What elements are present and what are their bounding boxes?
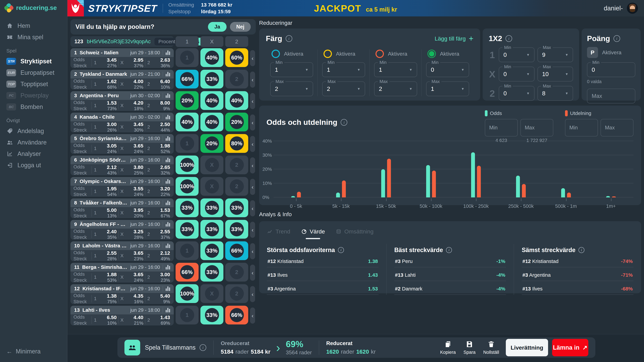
yellow-max-select[interactable]: Max 2 ▼ — [322, 81, 365, 96]
pick-button-1[interactable]: 100% — [176, 177, 198, 196]
odds-min-input[interactable]: Min — [485, 119, 518, 136]
max-select-X[interactable]: Max 10 ▼ — [538, 67, 573, 81]
green-color-circle[interactable] — [428, 50, 436, 58]
pick-button-X[interactable]: 33% — [200, 198, 224, 217]
sidebar-item-analyser[interactable]: Analyser — [0, 148, 67, 160]
expand-row-button[interactable]: ‹ — [250, 222, 255, 238]
cyan-max-select[interactable]: Max 2 ▼ — [270, 81, 313, 96]
pick-button-2[interactable]: 33% — [225, 198, 248, 217]
info-icon[interactable]: i — [338, 247, 344, 253]
red-min-select[interactable]: Min 1 ▼ — [374, 62, 417, 77]
expand-row-button[interactable]: ‹ — [250, 308, 255, 324]
payout-bar[interactable] — [522, 184, 526, 197]
pick-button-X[interactable]: 33% — [200, 306, 224, 325]
pick-button-2[interactable]: 66% — [225, 306, 248, 325]
payout-max-input[interactable]: Max — [600, 119, 634, 136]
match-stats-icon[interactable] — [166, 286, 170, 291]
odds-bar[interactable] — [381, 169, 385, 197]
payout-bar[interactable] — [612, 196, 616, 197]
copy-button[interactable]: Kopiera — [440, 340, 456, 355]
odds-bar[interactable] — [291, 196, 295, 197]
min-select-1[interactable]: Min 0 ▼ — [499, 47, 534, 62]
brand-logo[interactable]: reducering.se — [0, 0, 67, 16]
pick-button-2[interactable]: 66% — [225, 241, 248, 260]
pick-button-1[interactable]: 20% — [176, 91, 198, 110]
sidebar-item-stryktipset[interactable]: STR Stryktipset — [0, 56, 67, 67]
payout-bar[interactable] — [387, 159, 391, 197]
expand-row-button[interactable]: ‹ — [250, 286, 255, 302]
pick-button-X[interactable]: 33% — [200, 263, 224, 282]
odds-max-input[interactable]: Max — [520, 119, 553, 136]
match-stats-icon[interactable] — [166, 115, 170, 119]
match-stats-icon[interactable] — [166, 200, 170, 205]
max-select-1[interactable]: Max 9 ▼ — [538, 47, 573, 62]
save-button[interactable]: Spara — [464, 340, 476, 355]
match-stats-icon[interactable] — [166, 243, 170, 248]
sidebar-item-topptipset[interactable]: TOP Topptipset — [0, 78, 67, 90]
play-together-button[interactable] — [124, 340, 140, 356]
pick-button-2[interactable]: 60% — [225, 48, 248, 67]
max-select-2[interactable]: Max 8 ▼ — [538, 86, 573, 101]
live-correction-button[interactable]: Liverättning — [506, 339, 548, 356]
pick-button-X[interactable]: X — [200, 156, 224, 174]
expand-row-button[interactable]: ‹ — [250, 71, 255, 88]
match-stats-icon[interactable] — [166, 308, 170, 312]
pick-button-1[interactable]: 1 — [176, 241, 198, 260]
sidebar-item-bomben[interactable]: BC Bomben — [0, 101, 67, 113]
sidebar-item-hem[interactable]: Hem — [0, 20, 67, 31]
match-stats-icon[interactable] — [166, 50, 170, 55]
odds-bar[interactable] — [426, 165, 430, 197]
info-icon[interactable]: i — [506, 35, 512, 42]
red-max-select[interactable]: Max 2 ▼ — [374, 81, 417, 96]
pick-button-X[interactable]: X — [200, 284, 224, 303]
sidebar-item-andelslag[interactable]: Andelslag — [0, 125, 67, 137]
info-icon[interactable]: i — [578, 247, 584, 253]
expand-row-button[interactable]: ‹ — [250, 265, 255, 281]
sidebar-item-mina-spel[interactable]: Mina spel — [0, 31, 67, 43]
pick-button-X[interactable]: 40% — [200, 91, 224, 110]
expand-row-button[interactable]: ‹ — [250, 50, 255, 66]
yellow-min-select[interactable]: Min 1 ▼ — [322, 62, 365, 77]
help-no-button[interactable]: Nej — [230, 22, 251, 32]
info-icon[interactable]: i — [614, 35, 620, 42]
expand-row-button[interactable]: ‹ — [250, 93, 255, 109]
pick-button-X[interactable]: 33% — [200, 241, 224, 260]
tab-turnover[interactable]: Omsättning — [336, 228, 374, 239]
pick-button-X[interactable]: 33% — [200, 220, 224, 239]
tab-value[interactable]: Värde — [301, 228, 325, 239]
expand-row-button[interactable]: ‹ — [250, 243, 255, 259]
payout-min-input[interactable]: Min — [565, 119, 598, 136]
match-stats-icon[interactable] — [166, 265, 170, 270]
payout-bar[interactable] — [297, 192, 301, 197]
payout-bar[interactable] — [477, 166, 481, 197]
pick-button-2[interactable]: 2 — [225, 263, 248, 282]
pick-button-2[interactable]: 2 — [225, 177, 248, 196]
min-select-X[interactable]: Min 0 ▼ — [499, 67, 534, 81]
pick-button-2[interactable]: 80% — [225, 134, 248, 153]
pick-button-2[interactable]: 2 — [225, 70, 248, 88]
pick-button-2[interactable]: 40% — [225, 91, 248, 110]
pick-button-X[interactable]: 33% — [200, 70, 224, 88]
expand-row-button[interactable]: ‹ — [250, 179, 255, 195]
expand-row-button[interactable]: ‹ — [250, 114, 255, 131]
pick-button-1[interactable]: 66% — [176, 70, 198, 88]
payout-bar[interactable] — [567, 193, 571, 197]
pick-button-1[interactable]: 33% — [176, 198, 198, 217]
pick-button-X[interactable]: 40% — [200, 113, 224, 131]
match-stats-icon[interactable] — [166, 158, 170, 162]
odds-bar[interactable] — [561, 188, 565, 197]
min-select-2[interactable]: Min 0 ▼ — [499, 86, 534, 101]
odds-bar[interactable] — [606, 196, 610, 197]
expand-row-button[interactable]: ‹ — [250, 157, 255, 173]
pick-button-1[interactable]: 66% — [176, 263, 198, 282]
add-color-button[interactable]: Lägg till färg + — [435, 34, 474, 42]
avatar[interactable] — [627, 3, 638, 14]
sidebar-item-logga-ut[interactable]: Logga ut — [0, 160, 67, 171]
pick-button-2[interactable]: 2 — [225, 284, 248, 303]
expand-row-button[interactable]: ‹ — [250, 136, 255, 152]
minimize-sidebar-button[interactable]: ← Minimera — [6, 348, 40, 355]
reset-button[interactable]: Nollställ — [483, 340, 499, 355]
info-icon[interactable]: i — [340, 119, 347, 126]
pick-button-1[interactable]: 1 — [176, 134, 198, 153]
pick-button-X[interactable]: 20% — [200, 134, 224, 153]
